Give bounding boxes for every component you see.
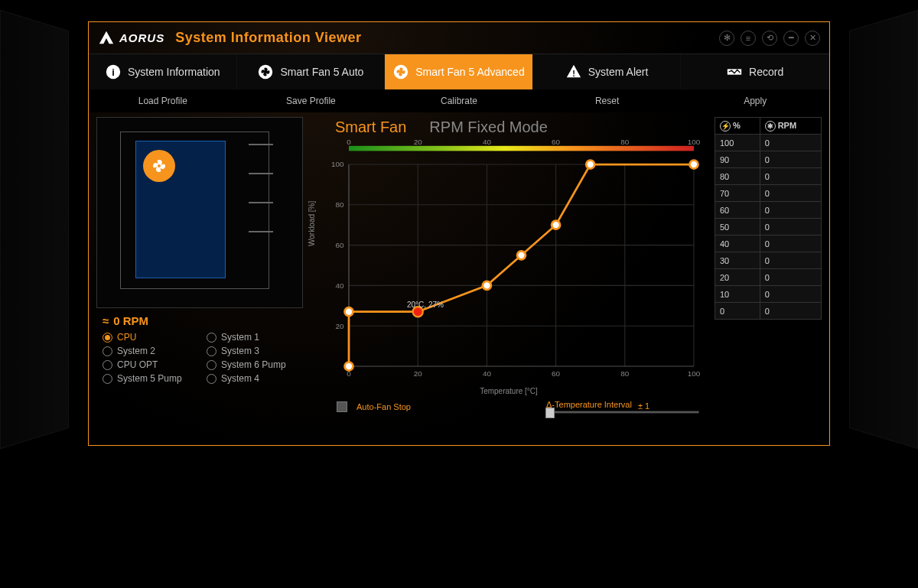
- fan-item-cpu[interactable]: CPU: [103, 332, 199, 343]
- svg-text:80: 80: [335, 200, 344, 209]
- action-calibrate[interactable]: Calibrate: [385, 89, 533, 112]
- cell-rpm: 0: [760, 185, 821, 202]
- slider-thumb[interactable]: [545, 408, 555, 418]
- table-row: 700: [715, 185, 822, 202]
- list-icon[interactable]: ≡: [741, 31, 756, 46]
- settings-icon[interactable]: ✻: [719, 31, 734, 46]
- radio-icon: [207, 374, 216, 384]
- cell-rpm: 0: [760, 168, 821, 185]
- fan-item-label: CPU OPT: [117, 359, 158, 370]
- svg-text:40: 40: [483, 139, 492, 146]
- fan-item-label: System 2: [117, 346, 155, 356]
- cell-percent: 80: [715, 168, 760, 185]
- fan-curve-chart[interactable]: Workload [%] 020406080100020406080100204…: [309, 139, 708, 391]
- temperature-interval: Δ-Temperature Interval ± 1: [546, 400, 699, 414]
- close-icon[interactable]: ✕: [805, 31, 820, 46]
- wave-icon: ≈: [103, 314, 109, 327]
- fan-item-system-2[interactable]: System 2: [103, 346, 199, 356]
- fan-item-system-4[interactable]: System 4: [207, 373, 303, 384]
- col-rpm-header: ✱RPM: [760, 118, 821, 135]
- table-row: 300: [715, 252, 822, 269]
- svg-text:40: 40: [483, 369, 492, 378]
- svg-text:20: 20: [335, 322, 344, 330]
- cell-percent: 30: [715, 252, 760, 269]
- svg-point-42: [517, 251, 526, 259]
- fan-item-system-5-pump[interactable]: System 5 Pump: [103, 373, 199, 384]
- minimize-icon[interactable]: ━: [783, 31, 799, 46]
- fan-item-label: System 5 Pump: [117, 373, 182, 384]
- svg-text:!: !: [572, 69, 575, 78]
- cell-percent: 70: [715, 185, 760, 202]
- rpm-table-panel: ⚡% ✱RPM 10009008007006005004003002001000…: [715, 117, 822, 439]
- svg-text:20: 20: [414, 369, 423, 378]
- cell-rpm: 0: [760, 252, 821, 269]
- refresh-icon[interactable]: ⟲: [762, 31, 777, 46]
- svg-text:80: 80: [620, 139, 630, 146]
- fan-item-cpu-opt[interactable]: CPU OPT: [103, 359, 199, 370]
- aorus-logo-icon: [98, 30, 115, 47]
- fan-item-system-1[interactable]: System 1: [207, 332, 303, 343]
- perspective-panel-right: [849, 10, 918, 450]
- action-apply[interactable]: Apply: [681, 89, 829, 112]
- mode-rpm-fixed[interactable]: RPM Fixed Mode: [429, 119, 548, 136]
- action-save-profile[interactable]: Save Profile: [237, 89, 386, 112]
- fan-item-label: System 1: [221, 332, 259, 343]
- radio-icon: [103, 360, 112, 370]
- window-controls: ✻ ≡ ⟲ ━ ✕: [719, 31, 820, 46]
- svg-point-2: [259, 65, 272, 79]
- reflection: [88, 447, 830, 584]
- fan-item-label: System 3: [221, 346, 259, 356]
- radio-icon: [207, 346, 216, 356]
- tab-label: Record: [749, 66, 783, 78]
- tab-system-alert[interactable]: ! System Alert: [533, 54, 682, 89]
- app-window: AORUS System Information Viewer ✻ ≡ ⟲ ━ …: [88, 21, 830, 446]
- app-title: System Information Viewer: [175, 30, 361, 46]
- col-percent-header: ⚡%: [715, 118, 760, 135]
- action-reset[interactable]: Reset: [533, 89, 682, 112]
- svg-text:40: 40: [335, 281, 344, 290]
- fan-icon: [257, 63, 274, 80]
- expansion-slots: [249, 144, 273, 274]
- cell-percent: 40: [715, 236, 760, 252]
- interval-slider[interactable]: [546, 411, 699, 414]
- tab-smart-fan-auto[interactable]: Smart Fan 5 Auto: [237, 54, 386, 89]
- cell-percent: 0: [715, 303, 760, 320]
- auto-fan-stop-checkbox[interactable]: [337, 401, 347, 412]
- svg-text:20: 20: [414, 139, 423, 146]
- fan-item-system-3[interactable]: System 3: [207, 346, 303, 356]
- cell-rpm: 0: [760, 286, 821, 303]
- svg-text:60: 60: [552, 369, 561, 378]
- tab-system-information[interactable]: i System Information: [89, 54, 237, 89]
- cell-percent: 100: [715, 135, 760, 151]
- cpu-fan-icon[interactable]: [143, 150, 175, 182]
- case-diagram: [96, 117, 303, 308]
- tab-record[interactable]: Record: [681, 54, 829, 89]
- svg-text:100: 100: [688, 369, 701, 378]
- table-row: 800: [715, 168, 822, 185]
- cell-percent: 20: [715, 269, 760, 286]
- fan-item-label: System 6 Pump: [221, 359, 286, 370]
- svg-point-43: [552, 221, 560, 229]
- cell-rpm: 0: [760, 151, 821, 168]
- interval-value: ± 1: [638, 401, 649, 411]
- table-row: 00: [715, 303, 822, 320]
- mode-smart-fan[interactable]: Smart Fan: [335, 119, 406, 136]
- fan-item-system-6-pump[interactable]: System 6 Pump: [207, 359, 303, 370]
- svg-point-45: [690, 161, 698, 169]
- main-tabs: i System Information Smart Fan 5 Auto Sm…: [89, 54, 829, 89]
- radio-icon: [103, 333, 112, 343]
- svg-text:100: 100: [688, 139, 701, 146]
- cell-rpm: 0: [760, 219, 821, 236]
- tab-smart-fan-advanced[interactable]: Smart Fan 5 Advanced: [385, 54, 533, 89]
- cell-rpm: 0: [760, 303, 821, 320]
- radio-icon: [103, 374, 112, 384]
- fan-item-label: System 4: [221, 373, 259, 384]
- svg-point-6: [157, 164, 161, 167]
- table-row: 500: [715, 219, 822, 236]
- interval-label: Δ-Temperature Interval: [546, 400, 632, 409]
- action-load-profile[interactable]: Load Profile: [89, 89, 237, 112]
- table-row: 1000: [715, 135, 822, 151]
- svg-point-3: [394, 65, 408, 79]
- sub-actions: Load Profile Save Profile Calibrate Rese…: [89, 89, 829, 112]
- rpm-table: ⚡% ✱RPM 10009008007006005004003002001000…: [715, 117, 822, 320]
